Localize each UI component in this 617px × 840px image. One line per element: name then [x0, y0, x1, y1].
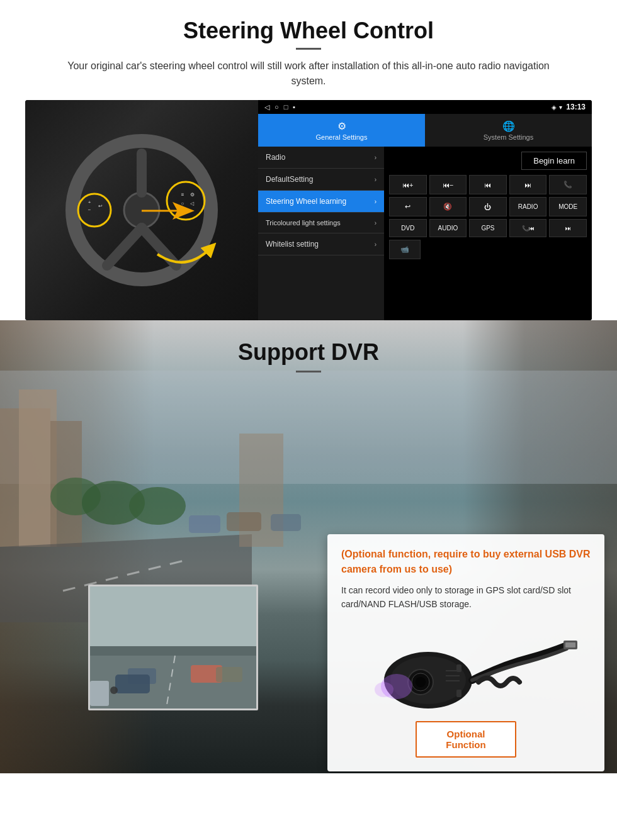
- controls-row4: 📹: [389, 240, 587, 259]
- svg-rect-50: [456, 664, 461, 672]
- svg-line-3: [107, 228, 142, 266]
- ctrl-vol-down[interactable]: ⏮−: [429, 175, 467, 194]
- controls-grid-row2: ↩ 🔇 ⏻ RADIO MODE: [389, 197, 587, 216]
- svg-text:−: −: [88, 207, 91, 213]
- recent-nav-icon[interactable]: □: [284, 103, 288, 111]
- dvr-title-area: Support DVR: [0, 320, 617, 379]
- menu-radio-label: Radio: [266, 153, 285, 162]
- camera-svg: [353, 627, 579, 721]
- svg-point-47: [375, 682, 393, 697]
- menu-item-steering[interactable]: Steering Wheel learning ›: [258, 191, 384, 213]
- ctrl-radio-btn[interactable]: RADIO: [509, 197, 547, 216]
- chevron-icon: ›: [375, 176, 376, 183]
- controls-grid-row3: DVD AUDIO GPS 📞⏮ ⏭: [389, 219, 587, 237]
- dvr-info-card: (Optional function, require to buy exter…: [327, 534, 604, 771]
- ctrl-mute[interactable]: 🔇: [429, 197, 467, 216]
- menu-default-label: DefaultSetting: [266, 175, 313, 184]
- menu-controls: Radio › DefaultSetting › Steering Wheel …: [258, 147, 592, 320]
- steering-subtitle: Your original car's steering wheel contr…: [50, 59, 567, 89]
- svg-rect-37: [90, 681, 109, 706]
- svg-rect-49: [565, 642, 575, 647]
- tab-system-settings[interactable]: 🌐 System Settings: [425, 114, 592, 147]
- dvr-screenshot-content: [90, 586, 258, 710]
- status-bar: ◁ ○ □ ▪ ◈ ▾ 13:13: [258, 100, 592, 114]
- ctrl-dvr[interactable]: 📹: [389, 240, 421, 259]
- ctrl-prev[interactable]: ⏮: [469, 175, 507, 194]
- svg-point-42: [416, 677, 426, 687]
- ctrl-power[interactable]: ⏻: [469, 197, 507, 216]
- svg-rect-27: [271, 514, 301, 531]
- dvr-screenshot-thumbnail: [88, 585, 258, 710]
- svg-rect-34: [216, 667, 242, 682]
- controls-grid-row1: ⏮+ ⏮− ⏮ ⏭ 📞: [389, 175, 587, 194]
- steering-wheel-svg: + − ↩ ≡ ⚙ ○ ◁: [60, 128, 224, 292]
- menu-item-radio[interactable]: Radio ›: [258, 147, 384, 169]
- tab-general-label: General Settings: [316, 133, 368, 141]
- wifi-icon: ▾: [559, 104, 562, 111]
- ctrl-mode[interactable]: MODE: [549, 197, 587, 216]
- status-time: 13:13: [566, 103, 586, 111]
- menu-item-default[interactable]: DefaultSetting ›: [258, 169, 384, 191]
- dvr-card-body: It can record video only to storage in G…: [341, 583, 591, 612]
- optional-function-button[interactable]: Optional Function: [416, 721, 516, 758]
- dvr-card-title: (Optional function, require to buy exter…: [341, 547, 591, 577]
- dvr-title-divider: [296, 371, 321, 372]
- general-settings-icon: ⚙: [337, 120, 346, 132]
- begin-learn-row: Begin learn: [389, 152, 587, 170]
- title-divider: [296, 48, 321, 50]
- steering-photo: + − ↩ ≡ ⚙ ○ ◁: [25, 100, 258, 320]
- svg-point-36: [110, 686, 118, 694]
- svg-text:○: ○: [181, 201, 184, 206]
- location-icon: ◈: [552, 104, 557, 111]
- svg-text:⚙: ⚙: [190, 192, 195, 198]
- steering-title: Steering Wheel Control: [25, 18, 592, 44]
- chevron-icon: ›: [375, 241, 376, 248]
- svg-text:+: +: [88, 199, 91, 205]
- system-settings-icon: 🌐: [502, 120, 515, 132]
- svg-rect-16: [0, 371, 617, 484]
- ctrl-vol-up[interactable]: ⏮+: [389, 175, 427, 194]
- dvr-camera-illustration: [341, 620, 591, 721]
- home-nav-icon[interactable]: ○: [275, 103, 279, 111]
- signal-icons: ◈ ▾: [552, 104, 562, 111]
- nav-icons: ◁ ○ □ ▪: [264, 103, 295, 111]
- svg-point-22: [129, 487, 186, 525]
- begin-learn-button[interactable]: Begin learn: [521, 152, 587, 170]
- ctrl-dvd[interactable]: DVD: [389, 219, 427, 237]
- svg-rect-26: [227, 512, 261, 531]
- ctrl-next2[interactable]: ⏭: [549, 219, 587, 237]
- tab-system-label: System Settings: [484, 133, 533, 141]
- android-ui: ◁ ○ □ ▪ ◈ ▾ 13:13 ⚙ General Settings: [258, 100, 592, 320]
- right-controls: Begin learn ⏮+ ⏮− ⏮ ⏭ 📞 ↩ 🔇 ⏻: [384, 147, 592, 320]
- ctrl-back[interactable]: ↩: [389, 197, 427, 216]
- ctrl-gps[interactable]: GPS: [469, 219, 507, 237]
- dvr-title: Support DVR: [0, 339, 617, 366]
- ctrl-phone-prev[interactable]: 📞⏮: [509, 219, 547, 237]
- chevron-icon: ›: [375, 154, 376, 161]
- dvr-section: Support DVR: [0, 320, 617, 773]
- chevron-icon: ›: [375, 198, 376, 205]
- left-menu: Radio › DefaultSetting › Steering Wheel …: [258, 147, 384, 320]
- menu-nav-icon[interactable]: ▪: [293, 103, 295, 111]
- ctrl-next[interactable]: ⏭: [509, 175, 547, 194]
- svg-rect-51: [456, 690, 461, 697]
- back-nav-icon[interactable]: ◁: [264, 103, 269, 111]
- chevron-icon: ›: [375, 220, 376, 227]
- menu-item-tricoloured[interactable]: Tricoloured light settings ›: [258, 213, 384, 233]
- menu-item-whitelist[interactable]: Whitelist setting ›: [258, 233, 384, 255]
- svg-point-5: [78, 194, 111, 227]
- tab-general-settings[interactable]: ⚙ General Settings: [258, 114, 425, 147]
- ctrl-phone[interactable]: 📞: [549, 175, 587, 194]
- menu-steering-label: Steering Wheel learning: [266, 197, 346, 206]
- tab-bar: ⚙ General Settings 🌐 System Settings: [258, 114, 592, 147]
- menu-whitelist-label: Whitelist setting: [266, 240, 319, 249]
- svg-text:↩: ↩: [98, 203, 103, 209]
- ctrl-audio[interactable]: AUDIO: [429, 219, 467, 237]
- steering-composite: + − ↩ ≡ ⚙ ○ ◁ ◁ ○ □ ▪ ◈ ▾: [25, 100, 592, 320]
- svg-rect-25: [189, 515, 220, 533]
- menu-tricoloured-label: Tricoloured light settings: [266, 219, 341, 227]
- svg-rect-30: [90, 646, 258, 656]
- svg-rect-35: [115, 675, 150, 693]
- svg-text:≡: ≡: [181, 192, 184, 198]
- svg-text:◁: ◁: [190, 201, 195, 206]
